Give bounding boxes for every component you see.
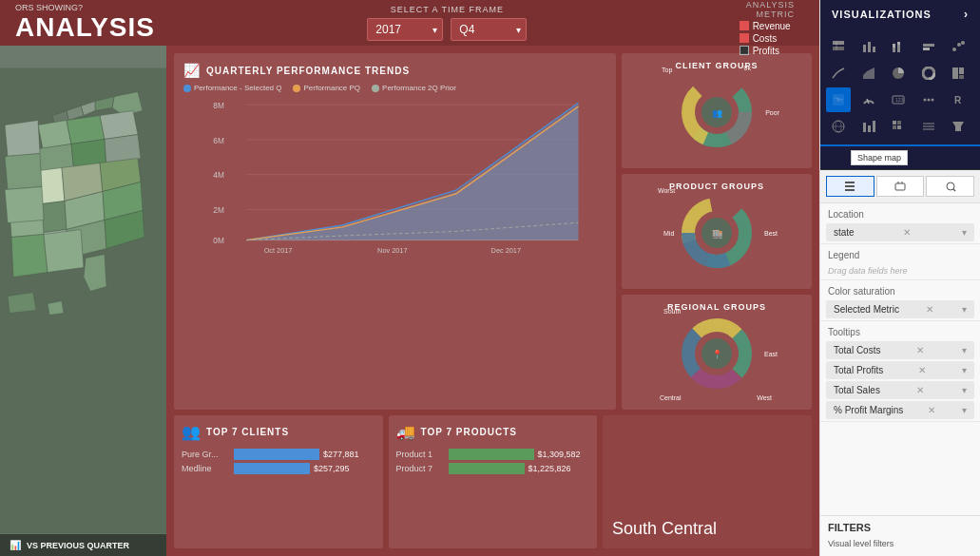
viz-icon-gauge[interactable]: [856, 87, 881, 112]
viz-icon-line[interactable]: [826, 61, 851, 86]
client-name-1: Medline: [182, 464, 234, 473]
legend-field-group: Legend Drag data fields here: [820, 244, 980, 280]
viz-icon-bar2[interactable]: [856, 114, 881, 139]
svg-line-115: [953, 189, 955, 191]
location-remove[interactable]: ✕: [903, 227, 911, 238]
shape-map-tooltip: Shape map: [851, 150, 908, 165]
svg-marker-107: [952, 122, 964, 131]
svg-marker-46: [246, 105, 578, 240]
time-frame-label: SELECT A TIME FRAME: [391, 5, 504, 14]
charts-top: 📈 QUARTERLY PERFORMANCE TRENDS Performan…: [174, 53, 812, 410]
svg-point-114: [947, 182, 954, 190]
regional-central-label: Central: [660, 394, 682, 401]
viz-icon-funnel[interactable]: [946, 114, 970, 139]
viz-icon-list[interactable]: [916, 114, 941, 139]
groups-panel: CLIENT GROUPS 👥 Top Poor 0k: [622, 53, 812, 410]
regional-donut-svg: 📍: [679, 316, 755, 392]
viz-icon-card[interactable]: 123: [886, 87, 911, 112]
svg-rect-74: [923, 48, 930, 50]
legend-item-pq: Performance PQ: [293, 84, 360, 92]
regional-donut: 📍 South Central East West: [679, 316, 755, 392]
viz-icon-100bar[interactable]: [916, 34, 941, 59]
viz-icon-bar[interactable]: [856, 34, 881, 59]
legend-item-selected: Performance - Selected Q: [183, 84, 281, 92]
color-saturation-value: Selected Metric: [834, 304, 899, 315]
viz-icon-map[interactable]: [826, 87, 851, 112]
product-mid-label: Mid: [663, 230, 674, 237]
viz-icon-area[interactable]: [856, 61, 881, 86]
tooltip-dropdown-2[interactable]: ▾: [962, 385, 967, 395]
field-wells: [820, 170, 980, 203]
viz-icon-stacked-bar[interactable]: [886, 34, 911, 59]
legend-item-2q: Performance 2Q Prior: [372, 84, 456, 92]
tooltip-remove-3[interactable]: ✕: [928, 405, 935, 415]
year-select[interactable]: 2017: [367, 18, 443, 41]
tooltip-dropdown-1[interactable]: ▾: [962, 365, 967, 375]
costs-checkbox[interactable]: [740, 33, 749, 43]
viz-icon-more[interactable]: [916, 87, 941, 112]
color-saturation-dropdown[interactable]: ▾: [962, 304, 967, 315]
location-dropdown[interactable]: ▾: [962, 227, 967, 238]
tooltip-item-3: % Profit Margins ✕ ▾: [826, 401, 974, 419]
product-value-1: $1,225,826: [528, 464, 571, 473]
viz-icon-donut[interactable]: [916, 61, 941, 86]
viz-icon-pie[interactable]: [886, 61, 911, 86]
tooltip-remove-2[interactable]: ✕: [916, 385, 924, 395]
svg-text:8M: 8M: [213, 102, 224, 110]
revenue-checkbox[interactable]: [740, 21, 749, 30]
color-saturation-remove[interactable]: ✕: [926, 304, 933, 315]
viz-icon-treemap[interactable]: [946, 61, 970, 86]
svg-text:👥: 👥: [712, 107, 723, 119]
viz-expand-icon[interactable]: ›: [964, 8, 969, 21]
question-label: ORS SHOWING?: [15, 3, 155, 12]
viz-icon-matrix[interactable]: [886, 114, 911, 139]
tooltip-remove-1[interactable]: ✕: [918, 365, 926, 375]
filters-title: FILTERS: [828, 522, 972, 533]
svg-point-76: [957, 43, 961, 47]
charts-bottom: 👥 TOP 7 CLIENTS Pure Gr... $277,881 Medl…: [174, 415, 812, 548]
field-well-analytics[interactable]: [926, 176, 974, 197]
client-row-0: Pure Gr... $277,881: [182, 449, 375, 460]
viz-icon-table[interactable]: [826, 34, 851, 59]
south-central-panel: South Central: [603, 415, 812, 548]
client-groups-box: CLIENT GROUPS 👥 Top Poor 0k: [622, 53, 812, 168]
quarter-select-wrapper: Q4: [451, 18, 527, 41]
svg-text:R: R: [954, 95, 962, 105]
viz-icon-scatter[interactable]: [946, 34, 970, 59]
svg-marker-27: [5, 121, 40, 157]
svg-rect-100: [893, 121, 896, 125]
svg-rect-66: [863, 45, 866, 52]
regional-west-label: West: [757, 394, 772, 401]
svg-rect-97: [863, 123, 866, 132]
field-well-fields[interactable]: [826, 176, 874, 197]
tooltip-dropdown-3[interactable]: ▾: [962, 405, 967, 415]
tooltip-item-0: Total Costs ✕ ▾: [826, 341, 974, 359]
client-name-0: Pure Gr...: [182, 450, 234, 459]
products-header: 🚚 TOP 7 PRODUCTS: [396, 423, 590, 441]
svg-text:Oct 2017: Oct 2017: [264, 246, 293, 255]
product-row-0: Product 1 $1,309,582: [396, 449, 590, 460]
content-area: 📊 VS PREVIOUS QUARTER 📈 QUARTERLY PERFOR…: [0, 46, 819, 556]
map-footer-text: VS PREVIOUS QUARTER: [27, 541, 129, 550]
svg-rect-67: [868, 42, 871, 52]
clients-box: 👥 TOP 7 CLIENTS Pure Gr... $277,881 Medl…: [174, 415, 383, 548]
field-well-format[interactable]: [876, 176, 925, 197]
svg-text:0M: 0M: [213, 237, 224, 245]
products-icon: 🚚: [396, 423, 415, 441]
clients-title: TOP 7 CLIENTS: [206, 427, 289, 437]
svg-point-90: [923, 99, 926, 102]
svg-rect-111: [895, 183, 905, 190]
map-panel: 📊 VS PREVIOUS QUARTER: [0, 46, 166, 556]
tooltip-remove-0[interactable]: ✕: [916, 345, 924, 355]
quarter-select[interactable]: Q4: [451, 18, 527, 41]
viz-icon-r[interactable]: R: [946, 87, 970, 112]
viz-icon-globe[interactable]: [826, 114, 851, 139]
svg-rect-72: [897, 42, 900, 45]
svg-rect-103: [897, 125, 901, 129]
svg-marker-29: [5, 187, 44, 223]
svg-rect-68: [873, 47, 875, 52]
tooltip-dropdown-0[interactable]: ▾: [962, 345, 967, 355]
main-content: 📈 QUARTERLY PERFORMANCE TRENDS Performan…: [166, 46, 819, 556]
svg-point-86: [836, 98, 840, 102]
chart-icon: 📈: [183, 63, 201, 78]
